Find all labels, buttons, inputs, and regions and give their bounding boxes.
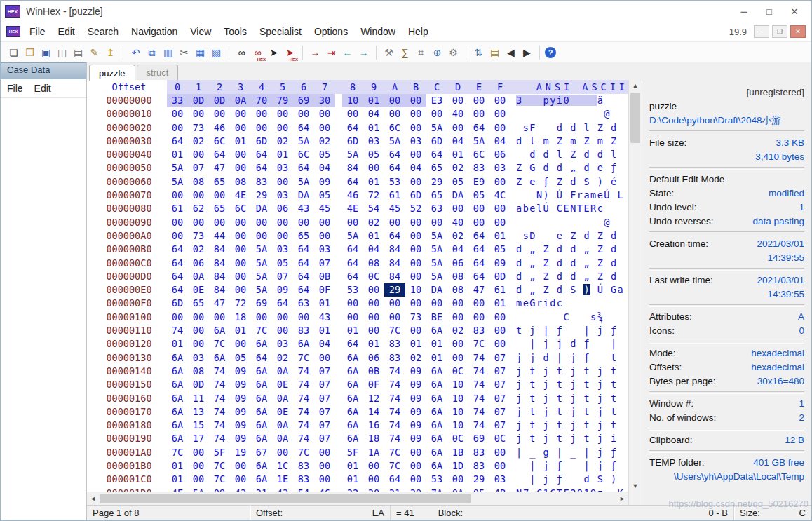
hex-byte[interactable]: 00 xyxy=(314,229,335,243)
hex-byte[interactable]: 05 xyxy=(489,243,510,256)
hex-byte[interactable]: 00 xyxy=(489,107,510,121)
hex-byte[interactable]: 06 xyxy=(272,202,293,215)
menu-item-navigation[interactable]: Navigation xyxy=(125,23,184,40)
hex-byte[interactable]: 46 xyxy=(342,189,363,202)
hex-byte[interactable]: 64 xyxy=(293,243,314,256)
hex-byte[interactable]: 00 xyxy=(167,189,188,202)
hex-byte[interactable]: 43 xyxy=(230,487,251,492)
hex-byte[interactable]: 00 xyxy=(314,107,335,121)
hex-byte[interactable]: 74 xyxy=(293,419,314,432)
hex-byte[interactable]: 00 xyxy=(384,297,405,310)
hex-byte[interactable]: 74 xyxy=(209,405,230,419)
hex-byte[interactable]: 6A xyxy=(167,392,188,405)
hex-byte[interactable]: 07 xyxy=(314,257,335,270)
hex-byte[interactable]: 00 xyxy=(363,297,384,310)
hex-byte[interactable]: 64 xyxy=(384,148,405,161)
hex-byte[interactable]: 07 xyxy=(489,365,510,378)
hex-byte[interactable]: DA xyxy=(293,189,314,202)
hex-byte[interactable]: 83 xyxy=(384,351,405,365)
ascii-text[interactable]: j t j t j t j t xyxy=(516,365,624,378)
hex-byte[interactable]: 05 xyxy=(447,175,468,189)
hex-byte[interactable]: 09 xyxy=(405,392,426,405)
hex-byte[interactable]: 0A xyxy=(272,392,293,405)
hex-byte[interactable]: 05 xyxy=(468,487,489,492)
hex-byte[interactable]: 07 xyxy=(188,161,209,175)
hex-byte[interactable]: 10 xyxy=(447,405,468,419)
hex-byte[interactable]: 6A xyxy=(342,378,363,391)
hex-byte[interactable]: 02 xyxy=(314,135,335,148)
hex-byte[interactable]: 06 xyxy=(447,257,468,270)
hex-byte[interactable]: 09 xyxy=(405,405,426,419)
hex-byte[interactable]: 00 xyxy=(426,107,447,121)
hex-byte[interactable]: 09 xyxy=(405,365,426,378)
hex-byte[interactable]: 32 xyxy=(342,487,363,492)
scroll-right-icon[interactable]: ► xyxy=(616,495,628,502)
hex-byte[interactable]: 00 xyxy=(405,216,426,229)
ascii-text[interactable]: d „ Z d S ) Ú Ga xyxy=(516,283,624,297)
hex-byte[interactable]: 01 xyxy=(363,175,384,189)
hex-byte[interactable]: 70 xyxy=(251,94,272,107)
hex-byte[interactable]: 74 xyxy=(384,392,405,405)
hex-byte[interactable]: 1C xyxy=(272,459,293,473)
hex-byte[interactable]: 07 xyxy=(314,432,335,445)
hex-byte[interactable]: 00 xyxy=(405,121,426,135)
hex-byte[interactable]: 6C xyxy=(384,121,405,135)
hex-byte[interactable]: 10 xyxy=(447,392,468,405)
hex-byte[interactable]: 00 xyxy=(468,311,489,324)
hex-byte[interactable]: 00 xyxy=(251,311,272,324)
hex-byte[interactable]: 00 xyxy=(405,243,426,256)
hex-byte[interactable]: 0F xyxy=(314,283,335,297)
hex-byte[interactable]: 18 xyxy=(363,432,384,445)
hex-byte[interactable]: 74 xyxy=(209,419,230,432)
hex-byte[interactable]: 09 xyxy=(230,405,251,419)
hex-byte[interactable]: 31 xyxy=(251,487,272,492)
hex-byte[interactable]: 74 xyxy=(468,405,489,419)
hex-byte[interactable]: 74 xyxy=(468,351,489,365)
hex-byte[interactable]: 02 xyxy=(363,216,384,229)
hex-byte[interactable]: 6A xyxy=(251,432,272,445)
ascii-text[interactable]: d „ Z d d „ Z d xyxy=(516,243,624,256)
hex-byte[interactable]: 00 xyxy=(188,189,209,202)
hex-byte[interactable]: 74 xyxy=(468,378,489,391)
hex-byte[interactable]: 64 xyxy=(468,257,489,270)
hex-byte[interactable]: 08 xyxy=(188,175,209,189)
hex-byte[interactable]: 64 xyxy=(209,148,230,161)
hex-byte[interactable]: 00 xyxy=(251,107,272,121)
hex-byte[interactable]: 00 xyxy=(293,311,314,324)
hex-byte[interactable]: 02 xyxy=(272,135,293,148)
hex-byte[interactable]: 00 xyxy=(167,107,188,121)
hex-byte[interactable]: 6A xyxy=(426,419,447,432)
hex-byte[interactable]: 64 xyxy=(426,148,447,161)
hex-byte[interactable]: 0D xyxy=(209,94,230,107)
hex-byte[interactable]: 64 xyxy=(293,257,314,270)
hex-byte[interactable]: 09 xyxy=(230,392,251,405)
hex-byte[interactable]: 6D xyxy=(405,189,426,202)
case-data-list[interactable] xyxy=(1,98,86,520)
hex-byte[interactable]: 16 xyxy=(363,419,384,432)
hex-byte[interactable]: 74 xyxy=(209,432,230,445)
hex-byte[interactable]: 00 xyxy=(230,459,251,473)
hex-byte[interactable]: 09 xyxy=(405,419,426,432)
hex-byte[interactable]: 5A xyxy=(167,175,188,189)
hex-byte[interactable]: 64 xyxy=(293,121,314,135)
hex-byte[interactable]: 6A xyxy=(167,405,188,419)
ascii-text[interactable]: Z G d d „ d e ƒ xyxy=(516,161,624,175)
hex-byte[interactable]: 64 xyxy=(293,270,314,283)
hex-byte[interactable]: 00 xyxy=(230,243,251,256)
hex-byte[interactable]: 0C xyxy=(447,432,468,445)
mdi-restore-button[interactable]: ❐ xyxy=(772,25,787,38)
hex-byte[interactable]: 5A xyxy=(426,257,447,270)
ascii-text[interactable]: j j d | j ƒ t xyxy=(516,351,624,365)
case-menu-file[interactable]: File xyxy=(7,83,23,94)
hex-byte[interactable]: 00 xyxy=(489,175,510,189)
ascii-text[interactable]: d „ Z d d „ Z d xyxy=(516,270,624,283)
hex-byte[interactable]: 6A xyxy=(167,351,188,365)
new-file-icon[interactable]: ❏ xyxy=(6,46,21,60)
hex-byte[interactable]: 09 xyxy=(272,283,293,297)
hex-byte[interactable]: 6A xyxy=(426,432,447,445)
hex-byte[interactable]: 03 xyxy=(188,351,209,365)
hex-byte[interactable]: 5F xyxy=(209,446,230,459)
hex-byte[interactable]: 84 xyxy=(209,257,230,270)
hex-byte[interactable]: 47 xyxy=(209,161,230,175)
hex-byte[interactable]: 00 xyxy=(209,189,230,202)
